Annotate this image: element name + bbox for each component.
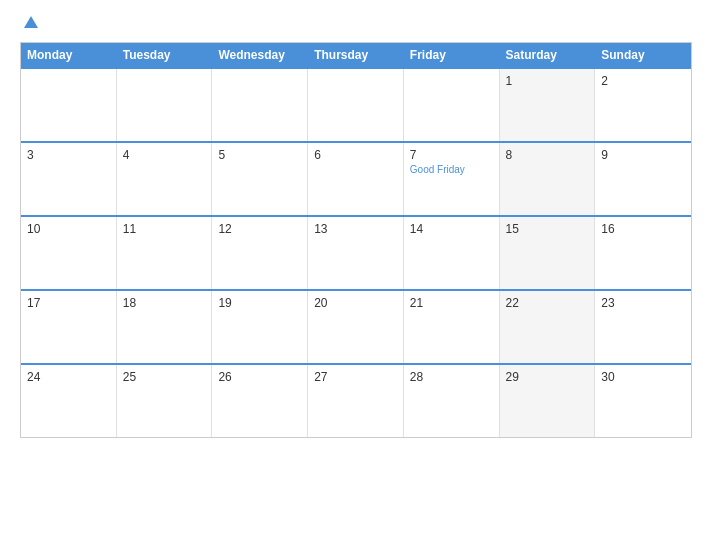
- calendar-cell: 24: [21, 365, 117, 437]
- calendar-cell: [21, 69, 117, 141]
- day-number: 4: [123, 148, 206, 162]
- calendar-week-4: 17181920212223: [21, 289, 691, 363]
- calendar-cell: 8: [500, 143, 596, 215]
- day-number: 20: [314, 296, 397, 310]
- calendar-header-row: MondayTuesdayWednesdayThursdayFridaySatu…: [21, 43, 691, 67]
- calendar-cell: 11: [117, 217, 213, 289]
- day-number: 12: [218, 222, 301, 236]
- day-number: 14: [410, 222, 493, 236]
- calendar-cell: 25: [117, 365, 213, 437]
- day-number: 29: [506, 370, 589, 384]
- holiday-label: Good Friday: [410, 164, 493, 175]
- logo-triangle-icon: [24, 16, 38, 28]
- calendar-cell: [308, 69, 404, 141]
- calendar-cell: 7Good Friday: [404, 143, 500, 215]
- day-number: 21: [410, 296, 493, 310]
- calendar-cell: 27: [308, 365, 404, 437]
- calendar-cell: 1: [500, 69, 596, 141]
- calendar-week-1: 12: [21, 67, 691, 141]
- day-number: 5: [218, 148, 301, 162]
- day-number: 28: [410, 370, 493, 384]
- day-number: 17: [27, 296, 110, 310]
- day-number: 30: [601, 370, 685, 384]
- calendar-cell: 13: [308, 217, 404, 289]
- calendar-cell: 15: [500, 217, 596, 289]
- calendar-week-5: 24252627282930: [21, 363, 691, 437]
- day-number: 3: [27, 148, 110, 162]
- weekday-header-sunday: Sunday: [595, 43, 691, 67]
- weekday-header-thursday: Thursday: [308, 43, 404, 67]
- day-number: 27: [314, 370, 397, 384]
- day-number: 26: [218, 370, 301, 384]
- calendar-cell: [117, 69, 213, 141]
- calendar-week-3: 10111213141516: [21, 215, 691, 289]
- day-number: 9: [601, 148, 685, 162]
- header: [20, 16, 692, 30]
- weekday-header-monday: Monday: [21, 43, 117, 67]
- calendar-week-2: 34567Good Friday89: [21, 141, 691, 215]
- calendar-cell: 23: [595, 291, 691, 363]
- calendar-cell: 10: [21, 217, 117, 289]
- calendar-cell: 12: [212, 217, 308, 289]
- calendar-cell: 16: [595, 217, 691, 289]
- weekday-header-tuesday: Tuesday: [117, 43, 213, 67]
- day-number: 24: [27, 370, 110, 384]
- weekday-header-friday: Friday: [404, 43, 500, 67]
- calendar-cell: 26: [212, 365, 308, 437]
- calendar-cell: 22: [500, 291, 596, 363]
- calendar-cell: 6: [308, 143, 404, 215]
- calendar-cell: 19: [212, 291, 308, 363]
- calendar-cell: 28: [404, 365, 500, 437]
- day-number: 6: [314, 148, 397, 162]
- day-number: 19: [218, 296, 301, 310]
- calendar-cell: 29: [500, 365, 596, 437]
- calendar-cell: 20: [308, 291, 404, 363]
- page: MondayTuesdayWednesdayThursdayFridaySatu…: [0, 0, 712, 550]
- day-number: 8: [506, 148, 589, 162]
- calendar-body: 1234567Good Friday8910111213141516171819…: [21, 67, 691, 437]
- day-number: 15: [506, 222, 589, 236]
- day-number: 11: [123, 222, 206, 236]
- day-number: 25: [123, 370, 206, 384]
- logo: [20, 16, 38, 30]
- calendar-cell: 5: [212, 143, 308, 215]
- calendar-cell: 2: [595, 69, 691, 141]
- day-number: 13: [314, 222, 397, 236]
- day-number: 22: [506, 296, 589, 310]
- calendar-cell: 30: [595, 365, 691, 437]
- calendar-cell: [212, 69, 308, 141]
- weekday-header-saturday: Saturday: [500, 43, 596, 67]
- calendar-cell: 14: [404, 217, 500, 289]
- weekday-header-wednesday: Wednesday: [212, 43, 308, 67]
- day-number: 10: [27, 222, 110, 236]
- calendar-cell: 17: [21, 291, 117, 363]
- calendar-cell: 21: [404, 291, 500, 363]
- day-number: 1: [506, 74, 589, 88]
- day-number: 18: [123, 296, 206, 310]
- calendar-cell: [404, 69, 500, 141]
- day-number: 7: [410, 148, 493, 162]
- calendar-cell: 9: [595, 143, 691, 215]
- calendar-cell: 3: [21, 143, 117, 215]
- day-number: 23: [601, 296, 685, 310]
- day-number: 16: [601, 222, 685, 236]
- calendar: MondayTuesdayWednesdayThursdayFridaySatu…: [20, 42, 692, 438]
- day-number: 2: [601, 74, 685, 88]
- calendar-cell: 4: [117, 143, 213, 215]
- calendar-cell: 18: [117, 291, 213, 363]
